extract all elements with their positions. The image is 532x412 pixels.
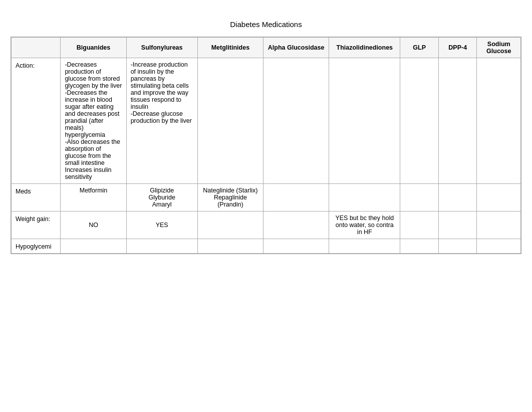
page-title: Diabetes Medications [11,20,521,29]
header-biguanides: Biguanides [61,38,126,58]
meds-glp [400,184,439,212]
header-glp: GLP [400,38,439,58]
weight-gain-row: Weight gain: NO YES YES but bc they hold… [12,212,521,239]
weight-dpp4 [438,212,477,239]
meds-thiazolidinediones [329,184,400,212]
meds-alpha-glucosidase [263,184,329,212]
header-row: Biguanides Sulfonylureas Metglitinides A… [12,38,521,58]
hypoglycemi-sodium-glucose [477,239,521,254]
header-thiazolidinediones: Thiazolidinediones [329,38,400,58]
main-table-wrapper: Biguanides Sulfonylureas Metglitinides A… [11,37,521,254]
meds-dpp4 [438,184,477,212]
action-biguanides: -Decreases production of glucose from st… [61,58,126,184]
meds-row: Meds Metformin GlipizideGlyburideAmaryl … [12,184,521,212]
hypoglycemi-sulfonylureas [126,239,197,254]
meds-metglitinides: Nateglinide (Starlix)Repaglinide (Prandi… [197,184,263,212]
hypoglycemi-metglitinides [197,239,263,254]
hypoglycemi-thiazolidinediones [329,239,400,254]
action-alpha-glucosidase [263,58,329,184]
header-dpp4: DPP-4 [438,38,477,58]
hypoglycemi-row: Hypoglycemi [12,239,521,254]
meds-biguanides: Metformin [61,184,126,212]
action-row: Action: -Decreases production of glucose… [12,58,521,184]
header-metglitinides: Metglitinides [197,38,263,58]
action-glp [400,58,439,184]
header-sodium-glucose: Sodium Glucose [477,38,521,58]
weight-biguanides: NO [61,212,126,239]
action-dpp4 [438,58,477,184]
weight-alpha-glucosidase [263,212,329,239]
weight-metglitinides [197,212,263,239]
weight-sulfonylureas: YES [126,212,197,239]
hypoglycemi-label: Hypoglycemi [12,239,61,254]
hypoglycemi-dpp4 [438,239,477,254]
header-cell-empty [12,38,61,58]
action-label: Action: [12,58,61,184]
header-alpha-glucosidase: Alpha Glucosidase [263,38,329,58]
hypoglycemi-alpha-glucosidase [263,239,329,254]
action-thiazolidinediones [329,58,400,184]
action-sulfonylureas: -Increase production of insulin by the p… [126,58,197,184]
meds-sulfonylureas: GlipizideGlyburideAmaryl [126,184,197,212]
hypoglycemi-biguanides [61,239,126,254]
meds-sodium-glucose [477,184,521,212]
weight-thiazolidinediones: YES but bc they hold onto water, so cont… [329,212,400,239]
header-sulfonylureas: Sulfonylureas [126,38,197,58]
diabetes-medications-table: Biguanides Sulfonylureas Metglitinides A… [11,37,521,254]
weight-sodium-glucose [477,212,521,239]
meds-label: Meds [12,184,61,212]
page-container: Diabetes Medications Biguanides Sulfonyl… [11,20,521,254]
weight-glp [400,212,439,239]
action-sodium-glucose [477,58,521,184]
hypoglycemi-glp [400,239,439,254]
action-metglitinides [197,58,263,184]
weight-gain-label: Weight gain: [12,212,61,239]
